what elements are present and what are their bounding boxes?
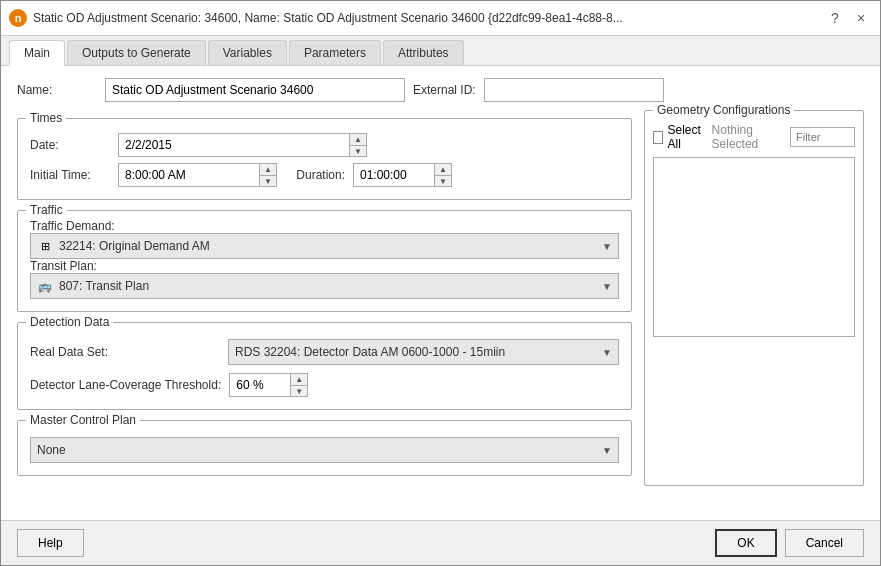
main-window: n Static OD Adjustment Scenario: 34600, … (0, 0, 881, 566)
help-title-button[interactable]: ? (824, 7, 846, 29)
threshold-spinner: ▲ ▼ (229, 373, 308, 397)
detection-title: Detection Data (26, 315, 113, 329)
master-control-chevron-icon: ▼ (602, 445, 612, 456)
transit-row: Transit Plan: 🚌 807: Transit Plan ▼ (30, 259, 619, 299)
time-row: Initial Time: ▲ ▼ Duration: (30, 163, 619, 187)
detection-group: Detection Data Real Data Set: RDS 32204:… (17, 322, 632, 410)
tab-outputs[interactable]: Outputs to Generate (67, 40, 206, 65)
geometry-filter-input[interactable] (790, 127, 855, 147)
duration-input[interactable] (354, 164, 434, 186)
title-bar: n Static OD Adjustment Scenario: 34600, … (1, 1, 880, 36)
date-input[interactable] (119, 134, 349, 156)
demand-label: Traffic Demand: (30, 219, 115, 233)
demand-value: 32214: Original Demand AM (59, 239, 596, 253)
app-icon: n (9, 9, 27, 27)
main-content: Name: External ID: Times Date: ▲ ▼ (1, 66, 880, 520)
times-title: Times (26, 111, 66, 125)
duration-up-btn[interactable]: ▲ (435, 164, 451, 175)
date-down-btn[interactable]: ▼ (350, 145, 366, 156)
geometry-controls: Select All Nothing Selected (653, 123, 855, 151)
transit-label: Transit Plan: (30, 259, 97, 273)
select-all-wrap: Select All (653, 123, 706, 151)
geometry-panel: Geometry Configurations Select All Nothi… (644, 110, 864, 486)
ok-button[interactable]: OK (715, 529, 776, 557)
traffic-group: Traffic Traffic Demand: ⊞ 32214: Origina… (17, 210, 632, 312)
tabs-bar: Main Outputs to Generate Variables Param… (1, 36, 880, 66)
transit-icon: 🚌 (37, 279, 53, 293)
date-up-btn[interactable]: ▲ (350, 134, 366, 145)
duration-down-btn[interactable]: ▼ (435, 175, 451, 186)
traffic-title: Traffic (26, 203, 67, 217)
threshold-input[interactable] (230, 374, 290, 396)
real-data-label: Real Data Set: (30, 345, 220, 359)
tab-parameters[interactable]: Parameters (289, 40, 381, 65)
help-button[interactable]: Help (17, 529, 84, 557)
threshold-label: Detector Lane-Coverage Threshold: (30, 378, 221, 392)
tab-main[interactable]: Main (9, 40, 65, 66)
real-data-select[interactable]: RDS 32204: Detector Data AM 0600-1000 - … (228, 339, 619, 365)
bottom-bar: Help OK Cancel (1, 520, 880, 565)
real-data-row: Real Data Set: RDS 32204: Detector Data … (30, 339, 619, 365)
threshold-down-btn[interactable]: ▼ (291, 385, 307, 396)
tab-attributes[interactable]: Attributes (383, 40, 464, 65)
duration-spinner: ▲ ▼ (353, 163, 452, 187)
duration-label: Duration: (285, 168, 345, 182)
select-all-checkbox[interactable] (653, 131, 663, 144)
transit-chevron-icon: ▼ (602, 281, 612, 292)
real-data-chevron-icon: ▼ (602, 347, 612, 358)
time-down-btn[interactable]: ▼ (260, 175, 276, 186)
main-layout: Times Date: ▲ ▼ Initial Time: (17, 110, 864, 486)
demand-select[interactable]: ⊞ 32214: Original Demand AM ▼ (30, 233, 619, 259)
transit-select[interactable]: 🚌 807: Transit Plan ▼ (30, 273, 619, 299)
duration-spinner-btns: ▲ ▼ (434, 164, 451, 186)
demand-row: Traffic Demand: ⊞ 32214: Original Demand… (30, 219, 619, 259)
transit-value: 807: Transit Plan (59, 279, 596, 293)
ext-id-label: External ID: (413, 83, 476, 97)
geometry-title: Geometry Configurations (653, 103, 794, 117)
name-label: Name: (17, 83, 97, 97)
master-control-value: None (37, 443, 596, 457)
left-column: Times Date: ▲ ▼ Initial Time: (17, 110, 632, 486)
master-control-title: Master Control Plan (26, 413, 140, 427)
date-label: Date: (30, 138, 110, 152)
time-input[interactable] (119, 164, 259, 186)
time-up-btn[interactable]: ▲ (260, 164, 276, 175)
threshold-spinner-btns: ▲ ▼ (290, 374, 307, 396)
demand-icon: ⊞ (37, 239, 53, 253)
date-row: Date: ▲ ▼ (30, 133, 619, 157)
demand-chevron-icon: ▼ (602, 241, 612, 252)
tab-variables[interactable]: Variables (208, 40, 287, 65)
close-button[interactable]: × (850, 7, 872, 29)
date-spinner: ▲ ▼ (118, 133, 367, 157)
name-input[interactable] (105, 78, 405, 102)
master-control-group: Master Control Plan None ▼ (17, 420, 632, 476)
threshold-row: Detector Lane-Coverage Threshold: ▲ ▼ (30, 373, 619, 397)
right-column: Geometry Configurations Select All Nothi… (644, 110, 864, 486)
window-title: Static OD Adjustment Scenario: 34600, Na… (33, 11, 818, 25)
select-all-label: Select All (667, 123, 705, 151)
time-spinner-btns: ▲ ▼ (259, 164, 276, 186)
name-row: Name: External ID: (17, 78, 864, 102)
date-spinner-btns: ▲ ▼ (349, 134, 366, 156)
threshold-up-btn[interactable]: ▲ (291, 374, 307, 385)
title-actions: ? × (824, 7, 872, 29)
master-control-select[interactable]: None ▼ (30, 437, 619, 463)
geometry-list (653, 157, 855, 337)
initial-time-label: Initial Time: (30, 168, 110, 182)
cancel-button[interactable]: Cancel (785, 529, 864, 557)
real-data-value: RDS 32204: Detector Data AM 0600-1000 - … (235, 345, 596, 359)
ext-id-input[interactable] (484, 78, 664, 102)
nothing-selected-label: Nothing Selected (712, 123, 784, 151)
times-group: Times Date: ▲ ▼ Initial Time: (17, 118, 632, 200)
time-spinner: ▲ ▼ (118, 163, 277, 187)
action-buttons: OK Cancel (715, 529, 864, 557)
